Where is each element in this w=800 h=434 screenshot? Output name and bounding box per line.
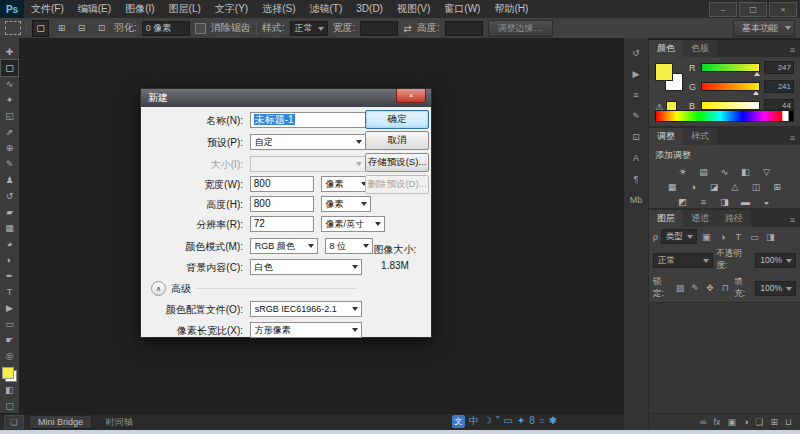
quick-mask-button[interactable]: ◧: [1, 382, 18, 398]
character-panel-icon[interactable]: A: [627, 151, 645, 165]
color-balance-icon[interactable]: ◑: [686, 180, 701, 193]
add-selection-icon[interactable]: ⊞: [54, 21, 69, 36]
height-input[interactable]: [445, 21, 483, 36]
red-slider-thumb[interactable]: [754, 69, 760, 76]
invert-icon[interactable]: ◩: [675, 195, 690, 208]
layer-group-icon[interactable]: ❏: [755, 417, 763, 427]
fill-select[interactable]: 100%: [755, 281, 796, 296]
levels-icon[interactable]: ▤: [696, 165, 711, 178]
style-select[interactable]: 正常: [290, 21, 328, 36]
antialias-checkbox[interactable]: [195, 23, 206, 34]
filter-smart-objects-icon[interactable]: ◨: [764, 230, 777, 243]
lock-all-icon[interactable]: ⊓: [719, 282, 731, 295]
tab-color[interactable]: 颜色: [649, 40, 683, 57]
new-layer-icon[interactable]: ⊞: [770, 417, 778, 427]
shape-tool[interactable]: ▭: [1, 316, 18, 332]
red-slider[interactable]: [701, 63, 760, 72]
tool-preset-icon[interactable]: [5, 21, 21, 35]
filter-adjustment-layers-icon[interactable]: ◑: [716, 230, 729, 243]
healing-brush-tool[interactable]: ⊕: [1, 140, 18, 156]
tab-swatches[interactable]: 色板: [683, 40, 717, 57]
layer-mask-icon[interactable]: ▣: [727, 417, 736, 427]
menu-view[interactable]: 视图(V): [390, 0, 437, 18]
menu-3d[interactable]: 3D(D): [349, 0, 390, 18]
history-panel-icon[interactable]: ↺: [627, 46, 645, 60]
zoom-tool[interactable]: ◎: [1, 348, 18, 364]
menu-type[interactable]: 文字(Y): [208, 0, 255, 18]
refine-edge-button[interactable]: 调整边缘…: [488, 20, 553, 37]
exposure-icon[interactable]: ◧: [738, 165, 753, 178]
width-input[interactable]: [360, 21, 398, 36]
hue-saturation-icon[interactable]: ▦: [665, 180, 680, 193]
menu-window[interactable]: 窗口(W): [437, 0, 487, 18]
path-selection-tool[interactable]: ▶: [1, 300, 18, 316]
color-spectrum-ramp[interactable]: [655, 110, 794, 122]
subtract-selection-icon[interactable]: ⊟: [74, 21, 89, 36]
green-slider[interactable]: [701, 82, 760, 91]
advanced-toggle-button[interactable]: ∧: [151, 281, 166, 296]
workspace-switcher[interactable]: 基本功能: [733, 20, 795, 37]
minimize-button[interactable]: –: [709, 2, 737, 17]
resolution-unit-select[interactable]: 像素/英寸: [321, 216, 385, 232]
filter-type-layers-icon[interactable]: T: [732, 230, 745, 243]
actions-panel-icon[interactable]: ▶: [627, 67, 645, 81]
preset-select[interactable]: 自定: [250, 134, 366, 150]
kind-filter-select[interactable]: 类型: [661, 229, 697, 244]
menu-layer[interactable]: 图层(L): [162, 0, 208, 18]
posterize-icon[interactable]: ≡: [696, 195, 711, 208]
tab-mini-bridge[interactable]: Mini Bridge: [29, 415, 92, 429]
menu-filter[interactable]: 滤镜(T): [303, 0, 350, 18]
menu-image[interactable]: 图像(I): [118, 0, 161, 18]
gradient-map-icon[interactable]: ▬: [738, 195, 753, 208]
intersect-selection-icon[interactable]: ⊡: [94, 21, 109, 36]
vibrance-icon[interactable]: ▽: [759, 165, 774, 178]
ime-chinese-mode-icon[interactable]: 中: [469, 414, 479, 428]
green-value[interactable]: 241: [764, 80, 794, 93]
foreground-color-swatch[interactable]: [2, 367, 14, 379]
lock-pixels-icon[interactable]: ✎: [689, 282, 701, 295]
ime-keyboard-icon[interactable]: ▭: [503, 414, 512, 428]
eyedropper-tool[interactable]: ⇗: [1, 124, 18, 140]
photo-filter-icon[interactable]: △: [728, 180, 743, 193]
layers-list[interactable]: [649, 302, 800, 414]
quick-selection-tool[interactable]: ✦: [1, 92, 18, 108]
paragraph-panel-icon[interactable]: ¶: [627, 172, 645, 186]
background-select[interactable]: 白色: [250, 259, 362, 275]
green-slider-thumb[interactable]: [753, 88, 759, 95]
move-tool[interactable]: ✚: [1, 44, 18, 60]
resolution-input[interactable]: 72: [250, 216, 314, 232]
adjustment-layer-icon[interactable]: ◑: [743, 417, 748, 427]
black-white-icon[interactable]: ◪: [707, 180, 722, 193]
cancel-button[interactable]: 取消: [365, 131, 429, 150]
screen-mode-button[interactable]: ▢: [1, 398, 18, 414]
save-preset-button[interactable]: 存储预设(S)...: [365, 153, 429, 172]
menu-help[interactable]: 帮助(H): [487, 0, 535, 18]
pixel-aspect-select[interactable]: 方形像素: [250, 322, 362, 338]
menu-edit[interactable]: 编辑(E): [71, 0, 118, 18]
color-lookup-icon[interactable]: ⊞: [770, 180, 785, 193]
clone-source-panel-icon[interactable]: ⊡: [627, 130, 645, 144]
blur-tool[interactable]: ◕: [1, 236, 18, 252]
panel-menu-icon[interactable]: ≡: [785, 43, 800, 57]
filter-shape-layers-icon[interactable]: ▭: [748, 230, 761, 243]
blue-slider[interactable]: [701, 101, 760, 110]
brush-panel-icon[interactable]: ✎: [627, 109, 645, 123]
curves-icon[interactable]: ∿: [717, 165, 732, 178]
foreground-color-swatch[interactable]: [655, 63, 673, 81]
red-value[interactable]: 247: [764, 61, 794, 74]
height-input[interactable]: 800: [250, 196, 314, 212]
menu-select[interactable]: 选择(S): [255, 0, 302, 18]
crop-tool[interactable]: ◱: [1, 108, 18, 124]
opacity-select[interactable]: 100%: [755, 253, 796, 268]
ime-settings-icon[interactable]: ✱: [549, 414, 557, 428]
panel-toggle-icon[interactable]: ❏: [4, 415, 24, 429]
name-input[interactable]: 未标题-1: [250, 112, 366, 128]
ime-logo-icon[interactable]: 文: [452, 415, 465, 428]
ime-user-icon[interactable]: 8: [529, 414, 535, 428]
dialog-title-bar[interactable]: 新建 ×: [141, 89, 431, 107]
brush-tool[interactable]: ✎: [1, 156, 18, 172]
close-button[interactable]: ×: [769, 2, 797, 17]
ime-halfwidth-icon[interactable]: ☽: [483, 414, 492, 428]
ok-button[interactable]: 确定: [365, 110, 429, 129]
dialog-close-button[interactable]: ×: [396, 89, 426, 103]
